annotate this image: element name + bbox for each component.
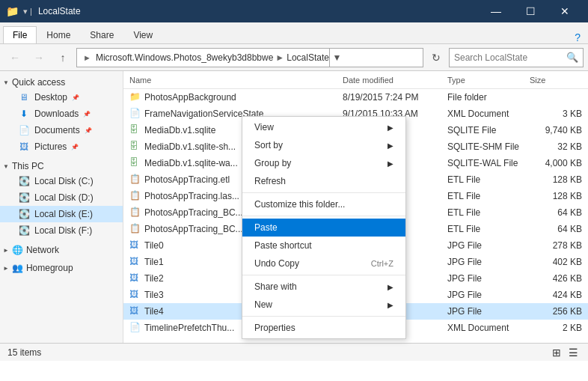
forward-button[interactable]: → — [28, 48, 49, 67]
pin-icon-3: 📌 — [85, 127, 92, 134]
file-icon: 🖼 — [129, 289, 141, 301]
table-row[interactable]: 📁 PhotosAppBackground 8/19/2015 7:24 PM … — [123, 89, 588, 106]
statusbar: 15 items ⊞ ☰ — [0, 343, 588, 361]
statusbar-right: ⊞ ☰ — [549, 345, 581, 360]
homegroup-label: Homegroup — [26, 263, 73, 273]
context-menu-item-sort-by[interactable]: Sort by▶ — [242, 136, 405, 154]
file-size: 128 KB — [530, 191, 582, 201]
sidebar-item-desktop[interactable]: 🖥 Desktop 📌 — [0, 89, 123, 106]
file-name-label: PhotosAppTracing.etl — [144, 174, 230, 185]
file-type: ETL File — [447, 207, 530, 218]
context-menu-item-refresh[interactable]: Refresh — [242, 172, 405, 190]
context-menu-item-paste[interactable]: Paste — [242, 219, 405, 237]
minimize-button[interactable]: — — [479, 0, 513, 22]
breadcrumb-sep2: ► — [275, 52, 284, 63]
col-header-name[interactable]: Name — [129, 76, 343, 85]
sidebar-item-e[interactable]: 💽 Local Disk (E:) — [0, 206, 123, 222]
network-label: Network — [26, 245, 59, 255]
breadcrumb-part1[interactable]: Microsoft.Windows.Photos_8wekyb3d8bbwe — [96, 52, 273, 63]
col-header-size[interactable]: Size — [530, 76, 582, 85]
submenu-arrow-icon: ▶ — [388, 159, 393, 168]
file-size: 402 KB — [530, 257, 582, 267]
tab-view[interactable]: View — [123, 26, 162, 43]
disk-c-icon: 💽 — [18, 175, 30, 187]
file-name-label: Tile4 — [144, 306, 164, 317]
context-menu-item-view[interactable]: View▶ — [242, 118, 405, 136]
refresh-button[interactable]: ↻ — [426, 48, 446, 67]
file-icon: 🗄 — [129, 141, 141, 153]
homegroup-icon: 👥 — [12, 263, 23, 273]
maximize-button[interactable]: ☐ — [513, 0, 548, 22]
this-pc-label: This PC — [12, 161, 44, 171]
address-path[interactable]: ► Microsoft.Windows.Photos_8wekyb3d8bbwe… — [76, 48, 423, 67]
file-icon: 📄 — [129, 322, 141, 334]
quick-access-header[interactable]: ▼ Quick access — [0, 74, 123, 89]
addressbar: ← → ↑ ► Microsoft.Windows.Photos_8wekyb3… — [0, 44, 588, 71]
file-icon: 🖼 — [129, 272, 141, 284]
menu-item-label: View — [254, 122, 274, 132]
help-icon[interactable]: ? — [570, 31, 585, 43]
close-button[interactable]: ✕ — [548, 0, 582, 22]
tab-home[interactable]: Home — [37, 26, 80, 43]
search-input[interactable] — [454, 52, 566, 63]
breadcrumb-part2[interactable]: LocalState — [287, 52, 329, 63]
context-menu-item-paste-shortcut[interactable]: Paste shortcut — [242, 237, 405, 254]
context-menu-item-properties[interactable]: Properties — [242, 319, 405, 337]
file-name-label: PhotosAppTracing_BC... — [144, 224, 243, 234]
menu-item-label: New — [254, 299, 272, 310]
file-icon: 🖼 — [129, 256, 141, 268]
file-name-label: MediaDb.v1.sqlite-wa... — [144, 158, 238, 168]
sidebar-item-f[interactable]: 💽 Local Disk (F:) — [0, 222, 123, 239]
file-size: 64 KB — [530, 224, 582, 234]
this-pc-header[interactable]: ▼ This PC — [0, 158, 123, 173]
menu-item-label: Group by — [254, 158, 291, 168]
file-icon: 📋 — [129, 174, 141, 186]
sidebar-item-d[interactable]: 💽 Local Disk (D:) — [0, 189, 123, 206]
chevron-icon-2: ▼ — [3, 163, 9, 170]
submenu-arrow-icon: ▶ — [388, 283, 393, 291]
col-header-type[interactable]: Type — [447, 76, 530, 85]
context-menu-item-share-with[interactable]: Share with▶ — [242, 278, 405, 296]
back-button[interactable]: ← — [4, 48, 25, 67]
file-type: JPG File — [447, 290, 530, 300]
file-icon: 🖼 — [129, 305, 141, 317]
documents-icon: 📄 — [18, 124, 30, 136]
disk-f-icon: 💽 — [18, 225, 30, 237]
desktop-icon: 🖥 — [18, 91, 30, 103]
context-menu-item-new[interactable]: New▶ — [242, 296, 405, 314]
sidebar-item-downloads[interactable]: ⬇ Downloads 📌 — [0, 106, 123, 122]
file-size: 424 KB — [530, 290, 582, 300]
search-box: 🔍 — [449, 48, 584, 67]
up-button[interactable]: ↑ — [52, 48, 73, 67]
submenu-arrow-icon: ▶ — [388, 301, 393, 309]
context-menu-item-undo-copy[interactable]: Undo CopyCtrl+Z — [242, 254, 405, 272]
context-menu-item-customize-this-folder...[interactable]: Customize this folder... — [242, 195, 405, 213]
context-menu-item-group-by[interactable]: Group by▶ — [242, 154, 405, 172]
sidebar-item-pictures[interactable]: 🖼 Pictures 📌 — [0, 138, 123, 155]
view-details-button[interactable]: ⊞ — [549, 345, 564, 360]
menu-item-label: Refresh — [254, 176, 286, 186]
menu-separator — [242, 216, 405, 216]
menu-separator — [242, 275, 405, 275]
sidebar-this-pc: ▼ This PC 💽 Local Disk (C:) 💽 Local Disk… — [0, 158, 123, 239]
file-size: 4,000 KB — [530, 158, 582, 168]
network-header[interactable]: ► 🌐 Network — [0, 242, 123, 257]
tab-share[interactable]: Share — [80, 26, 123, 43]
menu-item-label: Properties — [254, 323, 295, 333]
address-dropdown[interactable]: ▼ — [329, 48, 344, 67]
ribbon: File Home Share View ? — [0, 22, 588, 44]
homegroup-header[interactable]: ► 👥 Homegroup — [0, 260, 123, 275]
view-list-button[interactable]: ☰ — [566, 345, 581, 360]
sidebar-item-documents[interactable]: 📄 Documents 📌 — [0, 122, 123, 138]
sidebar-item-c[interactable]: 💽 Local Disk (C:) — [0, 173, 123, 189]
sidebar-item-d-label: Local Disk (D:) — [34, 192, 94, 203]
menu-item-label: Customize this folder... — [254, 199, 345, 210]
ribbon-tabs: File Home Share View ? — [0, 22, 588, 43]
file-size: 3 KB — [530, 109, 582, 119]
file-type: ETL File — [447, 224, 530, 234]
search-icon: 🔍 — [566, 52, 578, 63]
tab-file[interactable]: File — [3, 26, 37, 43]
col-header-date[interactable]: Date modified — [343, 76, 447, 85]
file-size: 32 KB — [530, 141, 582, 152]
file-name-label: TimelinePrefetchThu... — [144, 323, 234, 333]
